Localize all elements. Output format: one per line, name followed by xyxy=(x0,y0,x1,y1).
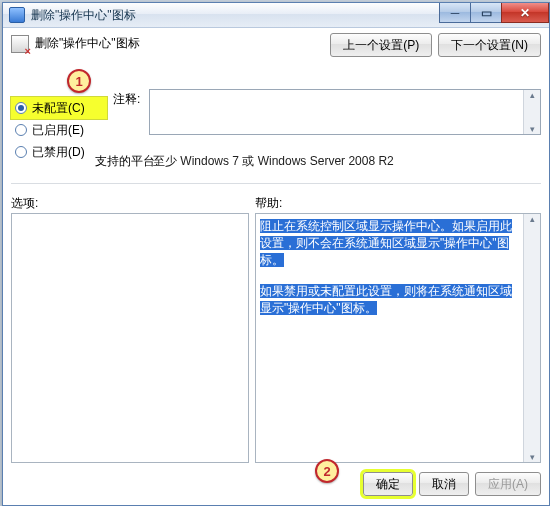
footer-buttons: 确定 取消 应用(A) xyxy=(11,471,541,497)
app-icon xyxy=(9,7,25,23)
ok-button[interactable]: 确定 xyxy=(363,472,413,496)
policy-title: 删除"操作中心"图标 xyxy=(35,35,140,52)
radio-not-configured-label: 未配置(C) xyxy=(32,100,85,117)
apply-button[interactable]: 应用(A) xyxy=(475,472,541,496)
radio-enabled[interactable]: 已启用(E) xyxy=(11,119,107,141)
comment-textarea[interactable] xyxy=(149,89,541,135)
comment-scrollbar[interactable] xyxy=(523,90,540,134)
help-box[interactable]: 阻止在系统控制区域显示操作中心。如果启用此设置，则不会在系统通知区域显示"操作中… xyxy=(255,213,541,463)
annotation-callout-1: 1 xyxy=(67,69,91,93)
comment-label: 注释: xyxy=(113,91,140,108)
dialog-body: 删除"操作中心"图标 上一个设置(P) 下一个设置(N) 未配置(C) 已启用(… xyxy=(11,33,541,497)
window-controls: ─ ▭ ✕ xyxy=(440,3,549,23)
maximize-button[interactable]: ▭ xyxy=(470,3,502,23)
annotation-callout-2: 2 xyxy=(315,459,339,483)
header-row: 删除"操作中心"图标 上一个设置(P) 下一个设置(N) xyxy=(11,33,541,57)
radio-not-configured-input[interactable] xyxy=(15,102,27,114)
options-box[interactable] xyxy=(11,213,249,463)
platform-label: 支持的平台: xyxy=(95,153,158,170)
next-setting-button[interactable]: 下一个设置(N) xyxy=(438,33,541,57)
nav-buttons: 上一个设置(P) 下一个设置(N) xyxy=(330,33,541,57)
help-scrollbar[interactable] xyxy=(523,214,540,462)
close-button[interactable]: ✕ xyxy=(501,3,549,23)
dialog-window: 删除"操作中心"图标 ─ ▭ ✕ 删除"操作中心"图标 上一个设置(P) 下一个… xyxy=(2,2,550,506)
window-title: 删除"操作中心"图标 xyxy=(31,7,136,24)
radio-disabled-input[interactable] xyxy=(15,146,27,158)
separator xyxy=(11,183,541,184)
cancel-button[interactable]: 取消 xyxy=(419,472,469,496)
prev-setting-button[interactable]: 上一个设置(P) xyxy=(330,33,432,57)
titlebar[interactable]: 删除"操作中心"图标 ─ ▭ ✕ xyxy=(3,3,549,28)
radio-disabled-label: 已禁用(D) xyxy=(32,144,85,161)
radio-not-configured[interactable]: 未配置(C) xyxy=(11,97,107,119)
options-label: 选项: xyxy=(11,195,38,212)
policy-icon xyxy=(11,35,29,53)
state-radios: 未配置(C) 已启用(E) 已禁用(D) xyxy=(11,97,107,163)
platform-value: 至少 Windows 7 或 Windows Server 2008 R2 xyxy=(153,153,394,170)
radio-disabled[interactable]: 已禁用(D) xyxy=(11,141,107,163)
radio-enabled-label: 已启用(E) xyxy=(32,122,84,139)
radio-enabled-input[interactable] xyxy=(15,124,27,136)
help-label: 帮助: xyxy=(255,195,282,212)
help-paragraph-1: 阻止在系统控制区域显示操作中心。如果启用此设置，则不会在系统通知区域显示"操作中… xyxy=(260,219,512,267)
minimize-button[interactable]: ─ xyxy=(439,3,471,23)
help-paragraph-2: 如果禁用或未配置此设置，则将在系统通知区域显示"操作中心"图标。 xyxy=(260,284,512,315)
